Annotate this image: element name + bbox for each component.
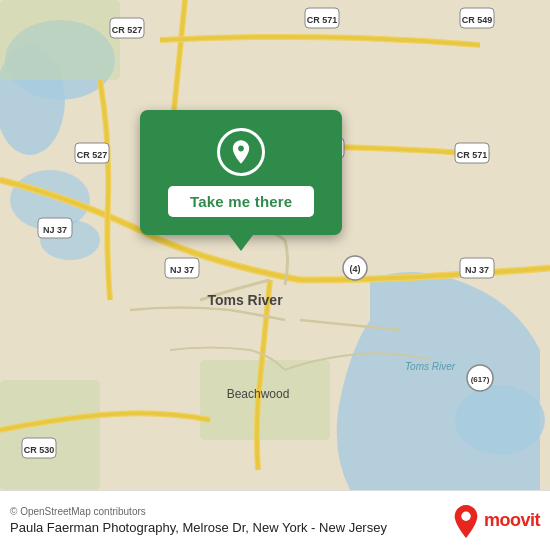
svg-point-36: [461, 511, 470, 520]
moovit-logo[interactable]: moovit: [452, 504, 540, 538]
popup-tail: [229, 235, 253, 251]
bottom-text-area: © OpenStreetMap contributors Paula Faerm…: [10, 506, 452, 535]
bottom-bar: © OpenStreetMap contributors Paula Faerm…: [0, 490, 550, 550]
take-me-there-button[interactable]: Take me there: [168, 186, 314, 217]
svg-text:CR 549: CR 549: [462, 15, 493, 25]
svg-text:NJ 37: NJ 37: [465, 265, 489, 275]
svg-text:CR 530: CR 530: [24, 445, 55, 455]
popup-container: Take me there: [140, 110, 342, 251]
svg-text:(4): (4): [350, 264, 361, 274]
svg-text:(617): (617): [471, 375, 490, 384]
location-icon-wrapper: [217, 128, 265, 176]
svg-rect-6: [0, 0, 120, 80]
svg-text:CR 571: CR 571: [457, 150, 488, 160]
svg-text:Beachwood: Beachwood: [227, 387, 290, 401]
svg-text:CR 527: CR 527: [77, 150, 108, 160]
svg-rect-7: [0, 380, 100, 490]
svg-text:NJ 37: NJ 37: [170, 265, 194, 275]
copyright-text: © OpenStreetMap contributors: [10, 506, 452, 517]
svg-text:Toms River: Toms River: [405, 361, 456, 372]
svg-text:CR 527: CR 527: [112, 25, 143, 35]
map-container: CR 527 CR 571 CR 549 CR 527 CR 571 NJ 37…: [0, 0, 550, 490]
moovit-text: moovit: [484, 510, 540, 531]
location-pin-icon: [227, 138, 255, 166]
popup-box: Take me there: [140, 110, 342, 235]
svg-text:CR 571: CR 571: [307, 15, 338, 25]
moovit-pin-icon: [452, 504, 480, 538]
location-title: Paula Faerman Photography, Melrose Dr, N…: [10, 520, 452, 535]
svg-text:NJ 37: NJ 37: [43, 225, 67, 235]
svg-point-5: [455, 385, 545, 455]
svg-text:Toms River: Toms River: [207, 292, 283, 308]
